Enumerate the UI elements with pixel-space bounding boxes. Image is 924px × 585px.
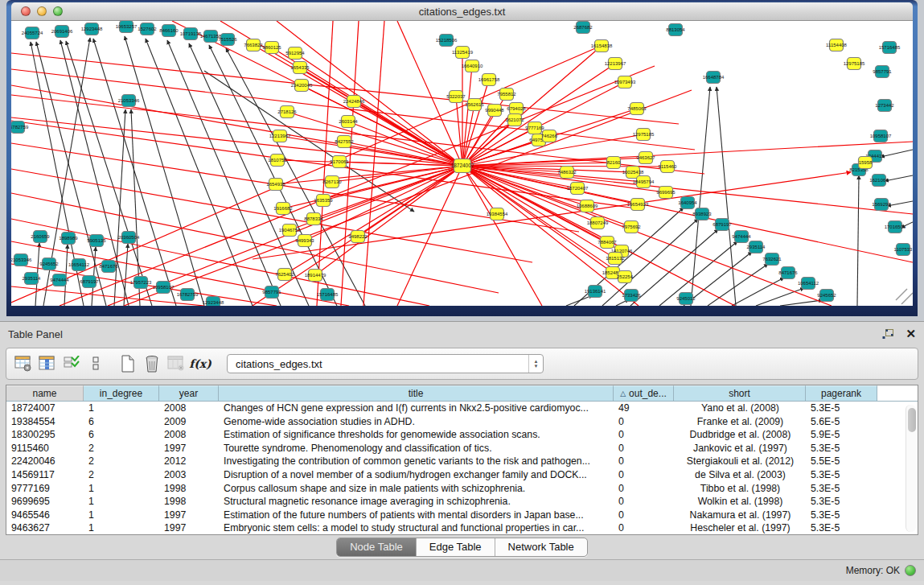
citation-edge-black[interactable] [887, 201, 913, 206]
cell-in-degree[interactable]: 6 [84, 428, 159, 442]
cell-pagerank[interactable]: 5.3E-5 [806, 509, 877, 522]
table-row[interactable]: 946554611997Estimation of the future num… [6, 509, 918, 522]
column-header-out-de-[interactable]: △out_de... [614, 385, 674, 401]
graph-node-teal[interactable]: 5905135 [87, 235, 106, 247]
cell-in-degree[interactable]: 1 [84, 509, 159, 522]
graph-node-yellow[interactable]: 1916682 [273, 203, 293, 215]
cell-title[interactable]: Investigating the contribution of common… [219, 455, 614, 468]
graph-node-yellow[interactable]: 18914479 [305, 270, 326, 282]
delete-column-button[interactable] [142, 353, 162, 374]
graph-node-yellow[interactable]: 5912954 [285, 47, 305, 60]
graph-node-yellow[interactable]: 746266 [541, 130, 558, 142]
graph-node-yellow[interactable]: 1654335 [290, 62, 310, 74]
cell-short[interactable]: Dudbridge et al. (2008) [674, 428, 806, 442]
graph-node-yellow[interactable]: 1562615 [465, 99, 484, 111]
graph-node-teal[interactable]: 9245652 [39, 258, 59, 270]
graph-node-teal[interactable]: 2160659 [31, 231, 50, 243]
graph-node-teal[interactable]: 8466160 [159, 25, 179, 37]
graph-node-yellow[interactable]: 18724007 [451, 159, 474, 173]
cell-pagerank[interactable]: 5.3E-5 [806, 482, 877, 496]
graph-node-yellow[interactable]: 7884067 [598, 237, 617, 249]
graph-node-teal[interactable]: 12923448 [203, 297, 224, 307]
graph-node-yellow[interactable]: 9463627 [636, 152, 655, 164]
graph-node-yellow[interactable]: 19654923 [627, 199, 649, 211]
graph-node-teal[interactable]: 20691406 [51, 26, 73, 38]
graph-node-yellow[interactable]: 5322037 [446, 91, 466, 103]
graph-node-teal[interactable]: 17016504 [885, 221, 906, 233]
graph-node-teal[interactable]: 8938923 [692, 208, 712, 220]
cell-year[interactable]: 2009 [159, 415, 219, 429]
graph-node-teal[interactable]: 12923448 [81, 23, 103, 35]
cell-in-degree[interactable]: 2 [84, 455, 159, 468]
graph-node-yellow[interactable]: 12975185 [844, 58, 865, 70]
graph-node-teal[interactable]: 8471676 [99, 261, 118, 273]
cell-year[interactable]: 1997 [159, 509, 219, 522]
minimize-window-button[interactable] [37, 6, 47, 16]
graph-node-teal[interactable]: 15716485 [879, 42, 901, 54]
cell-title[interactable]: Genome-wide association studies in ADHD. [219, 415, 614, 429]
float-panel-icon[interactable] [882, 329, 894, 340]
graph-node-teal[interactable]: 15716485 [317, 289, 339, 301]
column-header-pagerank[interactable]: pagerank [806, 385, 877, 401]
citation-edge-black[interactable] [857, 175, 859, 306]
graph-node-yellow[interactable]: 12213967 [605, 58, 626, 70]
graph-node-yellow[interactable]: 7625402 [275, 269, 294, 281]
table-row[interactable]: 977716911998Corpus callosum shape and si… [6, 482, 918, 496]
dropdown-stepper-icon[interactable]: ▲▼ [528, 355, 543, 373]
network-window-titlebar[interactable]: citations_edges.txt [11, 2, 913, 21]
cell-short[interactable]: Tibbo et al. (1998) [674, 482, 806, 496]
cell-out-de-[interactable]: 0 [614, 428, 674, 442]
graph-node-teal[interactable]: 10958107 [870, 130, 892, 142]
graph-node-yellow[interactable]: 16640910 [462, 60, 483, 72]
close-panel-icon[interactable]: ✕ [906, 327, 916, 341]
network-window[interactable]: citations_edges.txt 24055724206914061292… [6, 0, 918, 316]
citation-edge-red[interactable] [462, 166, 639, 306]
graph-node-teal[interactable]: 2935114 [23, 273, 42, 285]
graph-node-teal[interactable]: 7515526 [218, 34, 237, 46]
graph-node-teal[interactable]: 10958107 [153, 282, 175, 294]
cell-name[interactable]: 18300295 [6, 428, 84, 442]
graph-node-teal[interactable]: 2935114 [747, 241, 766, 253]
cell-in-degree[interactable]: 6 [84, 415, 159, 429]
cell-pagerank[interactable]: 5.3E-5 [806, 495, 877, 509]
cell-pagerank[interactable]: 5.9E-5 [806, 428, 877, 442]
graph-node-teal[interactable]: 1569297 [872, 199, 891, 211]
graph-node-yellow[interactable]: 1635359 [314, 195, 333, 207]
graph-node-teal[interactable]: 19136141 [585, 286, 606, 298]
cell-in-degree[interactable]: 2 [84, 442, 159, 455]
cell-pagerank[interactable]: 5.3E-5 [806, 468, 877, 482]
row-check-button[interactable] [61, 353, 82, 374]
cell-title[interactable]: Estimation of the future numbers of pati… [219, 509, 614, 522]
cell-name[interactable]: 22420046 [6, 455, 84, 468]
graph-node-yellow[interactable]: 7955812 [497, 89, 516, 101]
cell-in-degree[interactable]: 1 [84, 495, 159, 509]
close-window-button[interactable] [21, 6, 31, 16]
graph-node-teal[interactable]: 9474444 [50, 274, 69, 286]
select-columns-button[interactable] [37, 353, 58, 374]
cell-pagerank[interactable]: 5.6E-5 [806, 415, 877, 429]
cell-title[interactable]: Changes of HCN gene expression and I(f) … [219, 402, 614, 415]
citation-edge-red[interactable] [277, 21, 462, 166]
graph-node-teal[interactable]: 9245652 [817, 290, 836, 302]
graph-node-teal[interactable]: 9857791 [262, 286, 281, 299]
graph-node-yellow[interactable]: 6794028 [507, 103, 526, 115]
cell-pagerank[interactable]: 5.3E-5 [806, 442, 877, 455]
graph-node-teal[interactable]: 1273442 [875, 100, 894, 112]
graph-node-teal[interactable]: 6879197 [713, 219, 732, 231]
cell-short[interactable]: Franke et al. (2009) [674, 415, 806, 429]
graph-node-teal[interactable]: 16648784 [703, 72, 725, 84]
graph-node-teal[interactable]: 10654112 [798, 278, 819, 290]
citation-edge-black[interactable] [691, 87, 710, 306]
cell-title[interactable]: Disruption of a novel member of a sodium… [219, 468, 614, 482]
cell-short[interactable]: Nakamura et al. (1997) [674, 509, 806, 522]
citation-edge-black[interactable] [566, 295, 593, 306]
zoom-window-button[interactable] [53, 6, 63, 16]
cell-year[interactable]: 1998 [159, 482, 219, 496]
cell-title[interactable]: Embryonic stem cells: a model to study s… [219, 521, 614, 535]
cell-year[interactable]: 2008 [159, 402, 219, 415]
graph-node-yellow[interactable]: 7975692 [622, 221, 641, 233]
new-table-button[interactable] [117, 353, 138, 374]
graph-node-yellow[interactable]: 9860125 [262, 42, 281, 54]
graph-node-teal[interactable]: 6879197 [80, 276, 99, 288]
table-row[interactable]: 2242004622012Investigating the contribut… [6, 455, 918, 468]
